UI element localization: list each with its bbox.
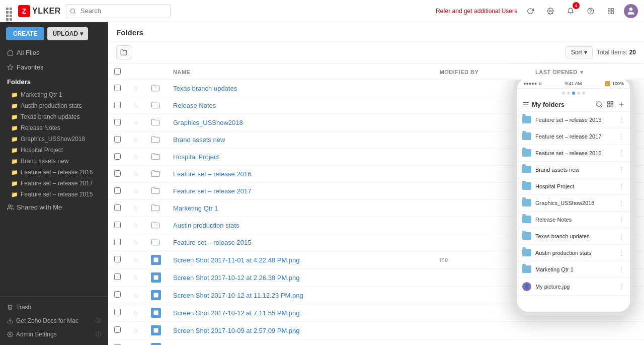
star-icon[interactable]: ☆ (133, 153, 139, 161)
sidebar-folders-header[interactable]: Folders (0, 75, 108, 89)
row-checkbox[interactable] (114, 273, 121, 280)
phone-grid-icon[interactable] (607, 101, 614, 108)
phone-menu-icon[interactable] (522, 101, 529, 108)
phone-list-item[interactable]: Feature set – release 2016 ⋮ (517, 145, 630, 162)
phone-more-icon[interactable]: ⋮ (618, 116, 625, 124)
upload-button[interactable]: UPLOAD ▾ (47, 27, 88, 40)
settings-icon[interactable] (543, 4, 557, 18)
sidebar-sub-texas[interactable]: 📁 Texas branch updates (0, 111, 108, 122)
star-icon[interactable]: ☆ (133, 85, 139, 92)
phone-add-icon[interactable] (618, 101, 625, 108)
sidebar-sub-feature-2017[interactable]: 📁 Feature set – release 2017 (0, 178, 108, 189)
grid-icon[interactable] (6, 8, 13, 15)
row-name-cell[interactable]: Screen Shot 2017-10-11 at 4.39.11 PM.png (167, 339, 434, 346)
th-last-opened[interactable]: LAST OPENED ▼ (529, 64, 644, 80)
row-name-cell[interactable]: Screen Shot 2017-11-01 at 4.22.48 PM.png (167, 251, 434, 269)
search-input[interactable] (66, 4, 171, 18)
phone-list-item[interactable]: Graphics_USShow2018 ⋮ (517, 195, 630, 212)
sort-button[interactable]: Sort ▾ (566, 46, 593, 58)
star-icon[interactable]: ☆ (133, 119, 139, 126)
row-name-cell[interactable]: Brand assets new (167, 131, 434, 149)
select-all-checkbox[interactable] (114, 68, 121, 75)
th-name[interactable]: NAME (167, 64, 434, 80)
apps-icon[interactable] (604, 4, 618, 18)
row-checkbox[interactable] (114, 153, 121, 160)
phone-more-icon[interactable]: ⋮ (618, 149, 625, 157)
row-name-cell[interactable]: Austin production stats (167, 217, 434, 234)
phone-more-icon[interactable]: ⋮ (618, 216, 625, 224)
phone-list-item[interactable]: Marketing Qtr 1 ⋮ (517, 261, 630, 278)
row-checkbox[interactable] (114, 239, 121, 245)
phone-search-icon[interactable] (596, 101, 603, 108)
sidebar-sub-brand[interactable]: 📁 Brand assets new (0, 156, 108, 167)
sidebar-sub-austin[interactable]: 📁 Austin production stats (0, 100, 108, 111)
sidebar-item-shared[interactable]: Shared with Me (0, 200, 108, 215)
phone-more-icon[interactable]: ⋮ (618, 249, 625, 257)
sidebar-item-favorites[interactable]: Favorites (0, 60, 108, 75)
row-checkbox[interactable] (114, 291, 121, 298)
row-name-cell[interactable]: Screen Shot 2017-10-12 at 7.11.55 PM.png (167, 304, 434, 322)
star-icon[interactable]: ☆ (133, 292, 139, 299)
row-name-cell[interactable]: Hospital Project (167, 149, 434, 166)
sidebar-get-zoho[interactable]: Get Zoho Docs for Mac ⓘ (0, 314, 108, 327)
phone-list-item[interactable]: Brand assets new ⋮ (517, 162, 630, 178)
sidebar-sub-marketing-qtr1[interactable]: 📁 Marketing Qtr 1 (0, 89, 108, 100)
create-button[interactable]: CREATE (6, 27, 44, 40)
star-icon[interactable]: ☆ (133, 256, 139, 264)
logo[interactable]: Z YLKER (18, 5, 61, 17)
phone-list-item[interactable]: Texas branch updates ⋮ (517, 228, 630, 245)
star-icon[interactable]: ☆ (133, 187, 139, 195)
phone-list-item[interactable]: Austin production stats ⋮ (517, 245, 630, 261)
row-checkbox[interactable] (114, 309, 121, 315)
sidebar-sub-release-notes[interactable]: 📁 Release Notes (0, 122, 108, 133)
star-icon[interactable]: ☆ (133, 327, 139, 334)
phone-more-icon[interactable]: ⋮ (618, 199, 625, 207)
star-icon[interactable]: ☆ (133, 239, 139, 246)
phone-more-icon[interactable]: ⋮ (618, 166, 625, 174)
row-checkbox[interactable] (114, 119, 121, 125)
sidebar-sub-graphics[interactable]: 📁 Graphics_USShow2018 (0, 133, 108, 145)
phone-list-item[interactable]: 👤 My picture.jpg ⋮ (517, 278, 630, 296)
row-name-cell[interactable]: Feature set – release 2016 (167, 166, 434, 183)
help-icon[interactable] (584, 4, 598, 18)
phone-list-item[interactable]: Release Notes ⋮ (517, 212, 630, 228)
row-name-cell[interactable]: Texas branch updates (167, 80, 434, 97)
folder-breadcrumb-btn[interactable] (116, 45, 131, 59)
row-checkbox[interactable] (114, 85, 121, 91)
phone-more-icon[interactable]: ⋮ (618, 232, 625, 240)
phone-list-item[interactable]: Hospital Project ⋮ (517, 178, 630, 195)
row-checkbox[interactable] (114, 187, 121, 194)
phone-list-item[interactable]: Feature set – release 2017 ⋮ (517, 128, 630, 145)
row-checkbox[interactable] (114, 326, 121, 333)
row-checkbox[interactable] (114, 102, 121, 108)
star-icon[interactable]: ☆ (133, 136, 139, 144)
star-icon[interactable]: ☆ (133, 204, 139, 212)
row-name-cell[interactable]: Release Notes (167, 97, 434, 114)
refer-link[interactable]: Refer and get additional Users (436, 8, 517, 15)
phone-more-icon[interactable]: ⋮ (618, 182, 625, 190)
row-name-cell[interactable]: Marketing Qtr 1 (167, 200, 434, 217)
avatar[interactable] (624, 4, 638, 18)
row-checkbox[interactable] (114, 204, 121, 211)
row-name-cell[interactable]: Feature set – release 2015 (167, 234, 434, 251)
row-checkbox[interactable] (114, 256, 121, 262)
row-checkbox[interactable] (114, 136, 121, 143)
row-name-cell[interactable]: Graphics_USShow2018 (167, 114, 434, 131)
phone-list-item[interactable]: Feature set – release 2015 ⋮ (517, 112, 630, 128)
row-name-cell[interactable]: Screen Shot 2017-10-12 at 2.26.38 PM.png (167, 269, 434, 287)
sidebar-item-all-files[interactable]: All Files (0, 45, 108, 60)
sidebar-trash[interactable]: Trash (0, 301, 108, 314)
sidebar-sub-feature-2016[interactable]: 📁 Feature set – release 2016 (0, 167, 108, 178)
star-icon[interactable]: ☆ (133, 222, 139, 229)
phone-more-icon[interactable]: ⋮ (618, 283, 625, 291)
row-name-cell[interactable]: Screen Shot 2017-10-09 at 2.57.09 PM.png (167, 322, 434, 339)
sidebar-sub-feature-2015[interactable]: 📁 Feature set – release 2015 (0, 189, 108, 200)
notification-icon[interactable]: 4 (564, 4, 578, 18)
sidebar-sub-hospital[interactable]: 📁 Hospital Project (0, 145, 108, 156)
star-icon[interactable]: ☆ (133, 309, 139, 317)
star-icon[interactable]: ☆ (133, 170, 139, 178)
star-icon[interactable]: ☆ (133, 274, 139, 282)
row-name-cell[interactable]: Screen Shot 2017-10-12 at 11.12.23 PM.pn… (167, 287, 434, 304)
row-name-cell[interactable]: Feature set – release 2017 (167, 183, 434, 200)
refresh-icon[interactable] (523, 4, 537, 18)
